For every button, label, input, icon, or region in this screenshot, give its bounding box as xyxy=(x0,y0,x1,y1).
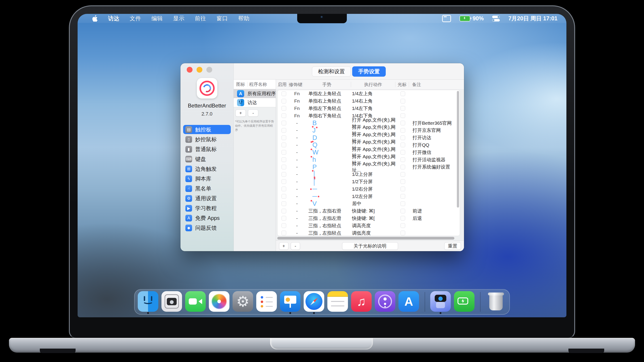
cursor-checkbox[interactable] xyxy=(400,179,405,184)
cursor-checkbox[interactable] xyxy=(400,209,405,213)
gesture-row[interactable]: ✓ - P 打开 App,文件(夹),网址... 打开系统偏好设 xyxy=(278,163,460,171)
enabled-checkbox[interactable]: ✓ xyxy=(282,150,286,155)
remove-app-button[interactable]: - xyxy=(248,109,258,117)
nav-general-settings[interactable]: ⚙ 通用设置 xyxy=(183,194,231,203)
enabled-checkbox[interactable]: ✓ xyxy=(282,128,286,133)
file-menu[interactable]: 文件 xyxy=(130,15,141,22)
cursor-info-button[interactable]: 关于光标的说明 xyxy=(342,242,398,250)
cursor-checkbox[interactable] xyxy=(400,128,405,133)
dock-photos[interactable] xyxy=(209,291,230,313)
cursor-checkbox[interactable] xyxy=(400,143,405,147)
go-menu[interactable]: 前往 xyxy=(195,15,206,22)
app-row-finder[interactable]: 访达 xyxy=(234,98,276,107)
cursor-checkbox[interactable] xyxy=(400,121,405,125)
enabled-checkbox[interactable]: ✓ xyxy=(282,231,286,235)
cursor-checkbox[interactable] xyxy=(400,113,405,118)
nav-tutorials[interactable]: ▶ 学习教程 xyxy=(183,204,231,213)
enabled-checkbox[interactable]: ✓ xyxy=(282,194,286,199)
nav-free-apps[interactable]: A 免费 Apps xyxy=(183,213,231,223)
app-row-all-apps[interactable]: 所有应用程序 xyxy=(234,89,276,98)
cursor-checkbox[interactable] xyxy=(400,99,405,103)
nav-magic-mouse[interactable]: ▯ 妙控鼠标 xyxy=(183,135,231,144)
cursor-checkbox[interactable] xyxy=(400,187,405,191)
gesture-row[interactable]: ✓ - 三指，左指右滑 快捷键: ⌘] 前进 xyxy=(278,207,460,215)
enabled-checkbox[interactable]: ✓ xyxy=(282,179,286,184)
app-menu[interactable]: 访达 xyxy=(108,15,120,22)
nav-normal-mouse[interactable]: ▮ 普通鼠标 xyxy=(183,145,231,154)
enabled-checkbox[interactable]: ✓ xyxy=(282,143,286,147)
help-menu[interactable]: 帮助 xyxy=(238,15,250,22)
enabled-checkbox[interactable]: ✓ xyxy=(282,121,286,125)
cursor-checkbox[interactable] xyxy=(400,194,405,199)
cursor-checkbox[interactable] xyxy=(400,231,405,235)
dock-trash[interactable] xyxy=(486,291,506,313)
dock-battery-app[interactable] xyxy=(454,291,474,313)
cursor-checkbox[interactable] xyxy=(400,216,405,221)
reset-button[interactable]: 重置 xyxy=(444,242,461,250)
enabled-checkbox[interactable]: ✓ xyxy=(282,106,286,111)
enabled-checkbox[interactable]: ✓ xyxy=(282,165,286,169)
cursor-checkbox[interactable] xyxy=(400,201,405,206)
nav-trackpad[interactable]: ▤ 触控板 xyxy=(183,125,231,134)
menubar-clock[interactable]: 7月20日 周日 17:01 xyxy=(508,15,558,22)
dock-podcasts[interactable] xyxy=(375,291,395,313)
cursor-checkbox[interactable] xyxy=(400,157,405,162)
apple-menu-icon[interactable] xyxy=(92,15,98,22)
dock-divider-2[interactable] xyxy=(478,291,482,313)
battery-status[interactable]: 90% xyxy=(460,15,484,22)
dock-screenshot[interactable] xyxy=(162,291,182,313)
enabled-checkbox[interactable]: ✓ xyxy=(282,187,286,191)
enabled-checkbox[interactable]: ✓ xyxy=(282,99,286,103)
cursor-checkbox[interactable] xyxy=(400,135,405,140)
dock-keynote[interactable] xyxy=(280,291,300,313)
add-gesture-button[interactable]: + xyxy=(279,242,288,250)
nav-script-library[interactable]: ϟ 脚本库 xyxy=(183,174,231,183)
control-center-icon[interactable] xyxy=(492,16,500,21)
enabled-checkbox[interactable]: ✓ xyxy=(282,91,286,96)
dock-finder[interactable] xyxy=(138,291,158,313)
vertical-scrollbar[interactable] xyxy=(457,91,459,208)
enabled-checkbox[interactable]: ✓ xyxy=(282,209,286,213)
tab-detect-settings[interactable]: 检测和设置 xyxy=(312,66,351,77)
cursor-checkbox[interactable] xyxy=(400,106,405,111)
gesture-row[interactable]: ✓ - 三指，右指轻点 调高亮度 xyxy=(278,222,460,229)
enabled-checkbox[interactable]: ✓ xyxy=(282,172,286,177)
tab-gesture-settings[interactable]: 手势设置 xyxy=(352,66,386,77)
enabled-checkbox[interactable]: ✓ xyxy=(282,216,286,221)
cursor-checkbox[interactable] xyxy=(400,172,405,177)
cursor-checkbox[interactable] xyxy=(400,91,405,96)
dock-notes[interactable] xyxy=(327,291,348,313)
cursor-checkbox[interactable] xyxy=(400,223,405,228)
add-app-button[interactable]: + xyxy=(236,109,246,117)
gesture-row[interactable]: ✓ Fn 单指右上角轻点 1/4右上角 xyxy=(278,97,460,105)
gesture-row[interactable]: ✓ - ─ 1/2右分屏 xyxy=(278,185,460,193)
nav-blacklist[interactable]: ☝ 黑名单 xyxy=(183,184,231,193)
view-menu[interactable]: 显示 xyxy=(173,15,184,22)
dock-safari[interactable] xyxy=(304,291,324,313)
gesture-row[interactable]: ✓ - │ 1/2上分屏 xyxy=(278,171,460,178)
gesture-row[interactable]: ✓ Fn 单指左上角轻点 1/4左上角 xyxy=(278,90,460,97)
dock-divider-1[interactable] xyxy=(422,291,427,313)
nav-feedback[interactable]: ☻ 问题反馈 xyxy=(183,223,231,232)
enabled-checkbox[interactable]: ✓ xyxy=(282,201,286,206)
enabled-checkbox[interactable]: ✓ xyxy=(282,113,286,118)
gesture-row[interactable]: ✓ - 三指，左指轻点 调低亮度 xyxy=(278,229,460,236)
dock-music[interactable] xyxy=(351,291,372,313)
gesture-row[interactable]: ✓ - V 居中 xyxy=(278,200,460,207)
dock-app-store[interactable] xyxy=(398,291,419,313)
horizontal-scrollbar[interactable] xyxy=(277,237,460,240)
remove-gesture-button[interactable]: - xyxy=(291,242,300,250)
gesture-row[interactable]: ✓ - ─ 1/2左分屏 xyxy=(278,193,460,200)
nav-corner-trigger[interactable]: ⊞ 边角触发 xyxy=(183,164,231,173)
dock-reminders[interactable] xyxy=(256,291,277,313)
zoom-button[interactable] xyxy=(206,67,212,73)
cursor-checkbox[interactable] xyxy=(400,165,405,169)
close-button[interactable] xyxy=(187,67,192,73)
enabled-checkbox[interactable]: ✓ xyxy=(282,157,286,162)
dock-betterandbetter[interactable] xyxy=(430,291,451,313)
dock-system-settings[interactable] xyxy=(232,291,253,313)
edit-menu[interactable]: 编辑 xyxy=(152,15,163,22)
dock-facetime[interactable] xyxy=(185,291,206,313)
enabled-checkbox[interactable]: ✓ xyxy=(282,223,286,228)
enabled-checkbox[interactable]: ✓ xyxy=(282,135,286,140)
